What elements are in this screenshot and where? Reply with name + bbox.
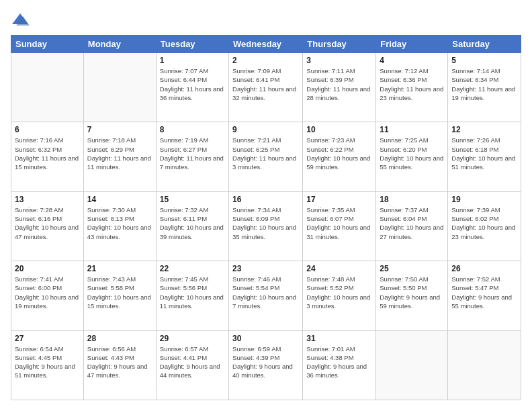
day-number: 22 [160,264,225,273]
day-number: 20 [15,264,80,273]
day-number: 10 [306,125,372,134]
calendar-cell: 20Sunrise: 7:41 AM Sunset: 6:00 PM Dayli… [11,261,84,330]
day-number: 9 [232,125,299,134]
calendar-cell: 12Sunrise: 7:26 AM Sunset: 6:18 PM Dayli… [448,122,521,191]
calendar-cell: 17Sunrise: 7:35 AM Sunset: 6:07 PM Dayli… [303,191,376,261]
calendar-cell: 14Sunrise: 7:30 AM Sunset: 6:13 PM Dayli… [83,191,156,261]
calendar-cell [11,53,84,122]
calendar-cell: 8Sunrise: 7:19 AM Sunset: 6:27 PM Daylig… [156,122,228,191]
day-info: Sunrise: 7:01 AM Sunset: 4:38 PM Dayligh… [306,345,372,380]
calendar-cell: 7Sunrise: 7:18 AM Sunset: 6:29 PM Daylig… [83,122,156,191]
day-info: Sunrise: 7:23 AM Sunset: 6:22 PM Dayligh… [306,136,372,171]
day-info: Sunrise: 7:34 AM Sunset: 6:09 PM Dayligh… [232,205,299,241]
day-number: 3 [306,56,372,65]
col-header-sunday: Sunday [11,36,84,53]
calendar-cell: 19Sunrise: 7:39 AM Sunset: 6:02 PM Dayli… [448,191,521,261]
day-info: Sunrise: 7:37 AM Sunset: 6:04 PM Dayligh… [380,205,444,241]
day-info: Sunrise: 7:25 AM Sunset: 6:20 PM Dayligh… [380,136,444,171]
day-info: Sunrise: 7:52 AM Sunset: 5:47 PM Dayligh… [451,275,517,310]
day-number: 15 [160,195,225,204]
calendar-cell: 24Sunrise: 7:48 AM Sunset: 5:52 PM Dayli… [303,261,376,330]
calendar-cell [83,53,156,122]
day-number: 13 [15,195,80,204]
col-header-tuesday: Tuesday [156,36,228,53]
day-info: Sunrise: 7:19 AM Sunset: 6:27 PM Dayligh… [160,136,225,171]
day-info: Sunrise: 7:35 AM Sunset: 6:07 PM Dayligh… [306,205,372,241]
day-number: 7 [87,125,152,134]
col-header-saturday: Saturday [448,36,521,53]
day-info: Sunrise: 7:39 AM Sunset: 6:02 PM Dayligh… [451,205,517,241]
day-number: 23 [232,264,299,273]
day-number: 25 [380,264,444,273]
day-number: 17 [306,195,372,204]
day-info: Sunrise: 7:14 AM Sunset: 6:34 PM Dayligh… [451,66,517,102]
calendar-cell: 1Sunrise: 7:07 AM Sunset: 6:44 PM Daylig… [156,53,228,122]
day-info: Sunrise: 7:12 AM Sunset: 6:36 PM Dayligh… [380,66,444,102]
day-info: Sunrise: 7:46 AM Sunset: 5:54 PM Dayligh… [232,275,299,310]
calendar-cell: 2Sunrise: 7:09 AM Sunset: 6:41 PM Daylig… [229,53,303,122]
day-number: 16 [232,195,299,204]
day-info: Sunrise: 7:50 AM Sunset: 5:50 PM Dayligh… [380,275,444,310]
day-number: 5 [451,56,517,65]
day-number: 31 [306,334,372,343]
day-info: Sunrise: 7:30 AM Sunset: 6:13 PM Dayligh… [87,205,152,241]
day-info: Sunrise: 7:11 AM Sunset: 6:39 PM Dayligh… [306,66,372,102]
day-info: Sunrise: 6:54 AM Sunset: 4:45 PM Dayligh… [15,345,80,380]
day-info: Sunrise: 7:18 AM Sunset: 6:29 PM Dayligh… [87,136,152,171]
day-info: Sunrise: 7:21 AM Sunset: 6:25 PM Dayligh… [232,136,299,171]
day-info: Sunrise: 6:57 AM Sunset: 4:41 PM Dayligh… [160,345,225,380]
calendar-cell: 4Sunrise: 7:12 AM Sunset: 6:36 PM Daylig… [376,53,448,122]
day-info: Sunrise: 7:45 AM Sunset: 5:56 PM Dayligh… [160,275,225,310]
calendar-cell [448,330,521,400]
day-info: Sunrise: 7:28 AM Sunset: 6:16 PM Dayligh… [15,205,80,241]
day-info: Sunrise: 7:43 AM Sunset: 5:58 PM Dayligh… [87,275,152,310]
calendar-table: SundayMondayTuesdayWednesdayThursdayFrid… [11,35,521,400]
calendar-cell: 15Sunrise: 7:32 AM Sunset: 6:11 PM Dayli… [156,191,228,261]
col-header-monday: Monday [83,36,156,53]
day-number: 19 [451,195,517,204]
calendar-cell: 10Sunrise: 7:23 AM Sunset: 6:22 PM Dayli… [303,122,376,191]
day-info: Sunrise: 6:59 AM Sunset: 4:39 PM Dayligh… [232,345,299,380]
calendar-cell: 16Sunrise: 7:34 AM Sunset: 6:09 PM Dayli… [229,191,303,261]
day-number: 14 [87,195,152,204]
calendar-cell: 21Sunrise: 7:43 AM Sunset: 5:58 PM Dayli… [83,261,156,330]
day-number: 21 [87,264,152,273]
calendar-cell: 11Sunrise: 7:25 AM Sunset: 6:20 PM Dayli… [376,122,448,191]
day-number: 24 [306,264,372,273]
day-number: 12 [451,125,517,134]
day-info: Sunrise: 7:26 AM Sunset: 6:18 PM Dayligh… [451,136,517,171]
calendar-cell: 5Sunrise: 7:14 AM Sunset: 6:34 PM Daylig… [448,53,521,122]
col-header-friday: Friday [376,36,448,53]
day-info: Sunrise: 7:07 AM Sunset: 6:44 PM Dayligh… [160,66,225,102]
day-number: 27 [15,334,80,343]
calendar-cell: 3Sunrise: 7:11 AM Sunset: 6:39 PM Daylig… [303,53,376,122]
calendar-cell: 9Sunrise: 7:21 AM Sunset: 6:25 PM Daylig… [229,122,303,191]
day-info: Sunrise: 7:41 AM Sunset: 6:00 PM Dayligh… [15,275,80,310]
day-number: 18 [380,195,444,204]
day-number: 6 [15,125,80,134]
calendar-cell: 28Sunrise: 6:56 AM Sunset: 4:43 PM Dayli… [83,330,156,400]
calendar-cell: 22Sunrise: 7:45 AM Sunset: 5:56 PM Dayli… [156,261,228,330]
calendar-cell: 6Sunrise: 7:16 AM Sunset: 6:32 PM Daylig… [11,122,84,191]
day-number: 28 [87,334,152,343]
day-number: 11 [380,125,444,134]
calendar-cell: 23Sunrise: 7:46 AM Sunset: 5:54 PM Dayli… [229,261,303,330]
day-number: 29 [160,334,225,343]
calendar-cell: 13Sunrise: 7:28 AM Sunset: 6:16 PM Dayli… [11,191,84,261]
day-number: 8 [160,125,225,134]
calendar-cell: 26Sunrise: 7:52 AM Sunset: 5:47 PM Dayli… [448,261,521,330]
day-info: Sunrise: 7:16 AM Sunset: 6:32 PM Dayligh… [15,136,80,171]
calendar-cell [376,330,448,400]
logo [11,11,31,30]
calendar-cell: 29Sunrise: 6:57 AM Sunset: 4:41 PM Dayli… [156,330,228,400]
day-number: 30 [232,334,299,343]
day-number: 4 [380,56,444,65]
calendar-cell: 31Sunrise: 7:01 AM Sunset: 4:38 PM Dayli… [303,330,376,400]
day-info: Sunrise: 7:32 AM Sunset: 6:11 PM Dayligh… [160,205,225,241]
calendar-cell: 27Sunrise: 6:54 AM Sunset: 4:45 PM Dayli… [11,330,84,400]
day-number: 1 [160,56,225,65]
calendar-cell: 25Sunrise: 7:50 AM Sunset: 5:50 PM Dayli… [376,261,448,330]
calendar-cell: 30Sunrise: 6:59 AM Sunset: 4:39 PM Dayli… [229,330,303,400]
day-info: Sunrise: 6:56 AM Sunset: 4:43 PM Dayligh… [87,345,152,380]
day-number: 26 [451,264,517,273]
